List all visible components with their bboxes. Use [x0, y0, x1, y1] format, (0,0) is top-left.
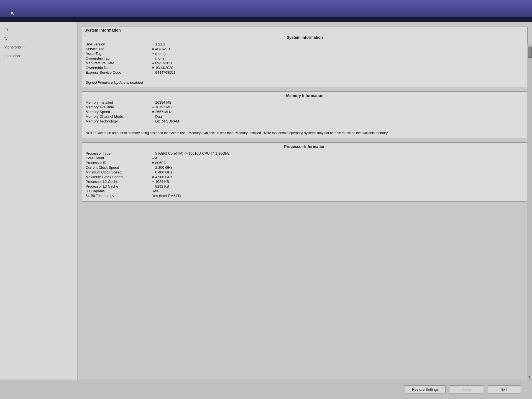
ownership-date-value: = 10/14/2020 — [152, 66, 173, 70]
processor-info-table: Processor Type = Intel(R) Core(TM) i7-10… — [82, 150, 527, 201]
express-service-label: Express Service Code — [86, 70, 152, 75]
asset-tag-value: = (none) — [152, 52, 166, 56]
system-info-header: System Information — [82, 34, 527, 41]
ownership-date-row: Ownership Date = 10/14/2020 — [86, 65, 524, 70]
memory-available-value: = 16197 MB — [152, 105, 172, 109]
manufacture-date-value: = 09/27/2020 — [152, 61, 173, 65]
memory-speed-label: Memory Speed — [86, 110, 152, 114]
service-tag-label: Service Tag — [86, 47, 152, 51]
manufacture-date-label: Manufacture Date — [86, 61, 152, 65]
bit64-value: Yes (Intel EM64T) — [152, 194, 181, 198]
asset-tag-row: Asset Tag = (none) — [86, 51, 524, 56]
cursor-icon: ↖ — [11, 11, 16, 16]
content-area: System Information System Information Bi… — [78, 22, 532, 399]
ht-capable-value: Yes — [152, 189, 158, 193]
bit64-row: 64-Bit Technology Yes (Intel EM64T) — [86, 193, 524, 198]
sidebar: ns ty xtensions™ esolution — [0, 22, 78, 399]
core-count-label: Core Count — [86, 156, 152, 160]
l3-cache-label: Processor L3 Cache — [86, 184, 152, 188]
current-clock-value: = 2.300 GHz — [152, 165, 172, 170]
system-info-group: System Information System Information Bi… — [82, 27, 528, 87]
memory-info-header: Memory Information — [82, 92, 527, 99]
memory-technology-label: Memory Technology — [86, 119, 152, 123]
system-info-table: Bios version = 1.21.1 Service Tag = 4C76… — [82, 41, 527, 78]
processor-id-value: = 806EC — [152, 161, 166, 165]
sidebar-item-resolution[interactable]: esolution — [0, 52, 77, 60]
apply-button[interactable]: Apply — [450, 385, 483, 393]
service-tag-value: = 4C76273 — [152, 47, 170, 51]
bottom-bar: Restore Settings Apply Exit — [0, 380, 532, 399]
manufacture-date-row: Manufacture Date = 09/27/2020 — [86, 61, 524, 65]
memory-info-group: Memory Information Memory Installed = 16… — [82, 91, 528, 138]
processor-id-row: Processor ID = 806EC — [86, 160, 524, 165]
ownership-tag-label: Ownership Tag — [86, 56, 152, 60]
express-service-row: Express Service Code = 9444763551 — [86, 70, 524, 75]
maximum-clock-value: = 4.900 GHz — [152, 175, 172, 179]
memory-technology-value: = DDR4 SDRAM — [152, 119, 179, 123]
scrollbar-thumb[interactable] — [528, 47, 532, 58]
express-service-value: = 9444763551 — [152, 70, 175, 75]
sidebar-item-ty[interactable]: ty — [0, 34, 77, 43]
l3-cache-value: = 8192 KB — [152, 184, 169, 188]
memory-channel-row: Memory Channel Mode = Dual — [86, 114, 524, 119]
processor-type-label: Processor Type — [86, 151, 152, 155]
ht-capable-label: HT Capable — [86, 189, 152, 193]
memory-note: NOTE: Due to an amount of memory being a… — [82, 128, 527, 138]
memory-available-label: Memory Available — [86, 105, 152, 109]
memory-info-table: Memory Installed = 16384 MB Memory Avail… — [82, 99, 527, 127]
scrollbar[interactable]: ▼ — [527, 44, 532, 380]
processor-info-group: Processor Information Processor Type = I… — [82, 142, 528, 202]
memory-available-row: Memory Available = 16197 MB — [86, 105, 524, 109]
memory-channel-label: Memory Channel Mode — [86, 114, 152, 119]
ht-capable-row: HT Capable Yes — [86, 189, 524, 193]
l2-cache-row: Processor L2 Cache = 1024 KB — [86, 179, 524, 184]
service-tag-row: Service Tag = 4C76273 — [86, 47, 524, 51]
minimum-clock-row: Minimum Clock Speed = 0.400 GHz — [86, 170, 524, 175]
current-clock-row: Current Clock Speed = 2.300 GHz — [86, 165, 524, 170]
exit-button[interactable]: Exit — [488, 385, 521, 393]
memory-installed-label: Memory Installed — [86, 100, 152, 104]
l3-cache-row: Processor L3 Cache = 8192 KB — [86, 184, 524, 189]
memory-speed-row: Memory Speed = 2667 MHz — [86, 109, 524, 114]
system-info-group-title: System Information — [82, 27, 527, 34]
titlebar — [0, 0, 532, 17]
bios-row: Bios version = 1.21.1 — [86, 42, 524, 47]
current-clock-label: Current Clock Speed — [86, 165, 152, 170]
core-count-value: = 4 — [152, 156, 157, 160]
minimum-clock-label: Minimum Clock Speed — [86, 170, 152, 174]
restore-settings-button[interactable]: Restore Settings — [405, 385, 446, 393]
processor-type-value: = Intel(R) Core(TM) i7-10610U CPU @ 1.80… — [152, 151, 229, 155]
ownership-date-label: Ownership Date — [86, 66, 152, 70]
scroll-down-icon[interactable]: ▼ — [528, 375, 531, 378]
ownership-tag-row: Ownership Tag = (none) — [86, 56, 524, 61]
minimum-clock-value: = 0.400 GHz — [152, 170, 172, 174]
memory-installed-row: Memory Installed = 16384 MB — [86, 100, 524, 105]
memory-speed-value: = 2667 MHz — [152, 110, 172, 114]
l2-cache-value: = 1024 KB — [152, 180, 169, 184]
maximum-clock-label: Maximum Clock Speed — [86, 175, 152, 179]
bios-label: Bios version — [86, 42, 152, 46]
asset-tag-label: Asset Tag — [86, 52, 152, 56]
memory-technology-row: Memory Technology = DDR4 SDRAM — [86, 119, 524, 124]
processor-type-row: Processor Type = Intel(R) Core(TM) i7-10… — [86, 151, 524, 156]
memory-channel-value: = Dual — [152, 114, 163, 119]
processor-id-label: Processor ID — [86, 161, 152, 165]
sidebar-item-ns[interactable]: ns — [0, 25, 77, 34]
processor-info-header: Processor Information — [82, 143, 527, 150]
bios-value: = 1.21.1 — [152, 42, 165, 46]
memory-installed-value: = 16384 MB — [152, 100, 172, 104]
core-count-row: Core Count = 4 — [86, 156, 524, 160]
main-window: ns ty xtensions™ esolution System Inform… — [0, 22, 532, 399]
signed-firmware-text: Signed Firmware Update is enabled — [82, 78, 527, 87]
maximum-clock-row: Maximum Clock Speed = 4.900 GHz — [86, 175, 524, 179]
sidebar-item-extensions[interactable]: xtensions™ — [0, 43, 77, 52]
ownership-tag-value: = (none) — [152, 56, 166, 60]
l2-cache-label: Processor L2 Cache — [86, 180, 152, 184]
bit64-label: 64-Bit Technology — [86, 194, 152, 198]
